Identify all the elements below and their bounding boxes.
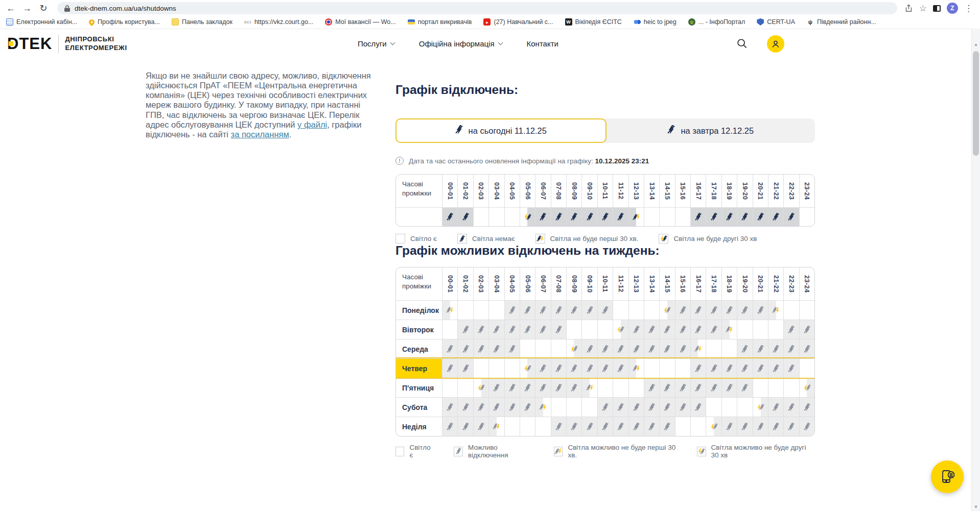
legend-label: Можливо відключення xyxy=(468,444,533,459)
bookmark-item[interactable]: ... - ІнфоПортал xyxy=(688,18,745,26)
schedule-cell xyxy=(597,378,613,397)
schedule-cell xyxy=(783,378,799,397)
schedule-cell xyxy=(799,378,814,397)
power-on-bolt-icon xyxy=(775,307,780,313)
power-off-bolt-icon xyxy=(711,384,717,392)
schedule-cell xyxy=(488,339,504,358)
time-slot-header: 08-09 xyxy=(571,182,578,200)
scroll-down-icon[interactable]: ▼ xyxy=(972,504,980,509)
user-profile-button[interactable] xyxy=(767,35,784,53)
main-nav: ПослугиОфіційна інформаціяКонтакти xyxy=(358,39,558,48)
file-link[interactable]: у файлі xyxy=(297,120,327,129)
address-bar[interactable]: dtek-dnem.com.ua/ua/shutdowns xyxy=(57,2,897,14)
schedule-cell xyxy=(737,358,752,378)
chat-widget-button[interactable] xyxy=(931,460,964,493)
power-off-bolt-icon xyxy=(773,364,779,373)
bookmark-item[interactable]: Електронний кабін... xyxy=(6,18,77,26)
schedule-cell xyxy=(520,358,535,378)
schedule-cell xyxy=(768,378,783,397)
schedule-cell xyxy=(628,397,644,417)
schedule-cell xyxy=(628,417,644,436)
schedule-cell xyxy=(457,417,473,436)
time-slot-header: 01-02 xyxy=(462,275,469,293)
bookmark-item[interactable]: Вікіпедія ЄСІТС xyxy=(565,18,622,26)
power-off-bolt-icon xyxy=(619,326,624,333)
bookmark-item[interactable]: Мої вакансії — Wo... xyxy=(325,18,395,26)
schedule-cell xyxy=(504,397,520,417)
schedule-cell xyxy=(628,358,644,378)
schedule-row: Неділя xyxy=(396,417,814,436)
bookmark-item[interactable]: Профіль користува... xyxy=(89,18,160,26)
bookmark-item[interactable]: (27) Навчальний с... xyxy=(483,18,553,26)
day-label: Неділя xyxy=(396,417,442,436)
bookmark-item[interactable]: портал викривачів xyxy=(408,18,472,26)
reload-icon[interactable]: ↻ xyxy=(37,2,50,14)
update-note: Дата та час останнього оновлення інформа… xyxy=(395,157,815,165)
nav-item-2[interactable]: Контакти xyxy=(527,39,558,48)
bookmark-item[interactable]: Панель закладок xyxy=(172,18,232,26)
scroll-up-icon[interactable]: ▲ xyxy=(972,42,980,47)
share-icon[interactable] xyxy=(904,4,913,13)
dtek-logo[interactable]: DTEK ДНІПРОВСЬКІ ЕЛЕКТРОМЕРЕЖІ xyxy=(7,35,127,53)
bookmark-item[interactable]: https://vkz.court.go... xyxy=(244,18,313,26)
power-off-bolt-icon xyxy=(571,423,577,431)
bookmark-item[interactable]: CERT-UA xyxy=(757,18,795,26)
tab-today[interactable]: на сьогодні 11.12.25 xyxy=(395,118,606,143)
schedule-cell xyxy=(753,207,768,226)
power-off-bolt-icon xyxy=(455,125,463,136)
shield-icon xyxy=(757,18,764,26)
power-off-bolt-icon xyxy=(757,364,764,373)
back-icon[interactable]: ← xyxy=(4,2,17,14)
legend-swatch-on xyxy=(395,234,405,244)
schedule-cell xyxy=(737,339,752,358)
update-timestamp: 10.12.2025 23:21 xyxy=(595,157,649,165)
schedule-cell xyxy=(457,320,473,339)
power-off-bolt-icon xyxy=(664,384,670,392)
forward-icon[interactable]: → xyxy=(20,2,34,14)
bookmark-item[interactable]: heic to jpeg xyxy=(634,18,676,26)
legend-swatch-first30 xyxy=(535,234,545,244)
power-off-bolt-icon xyxy=(587,345,593,353)
nav-item-1[interactable]: Офіційна інформація xyxy=(419,39,502,48)
power-off-bolt-icon xyxy=(555,213,562,221)
power-on-bolt-icon xyxy=(542,404,547,410)
schedule-cell xyxy=(690,378,706,397)
tab-tomorrow[interactable]: на завтра 12.12.25 xyxy=(606,118,815,143)
power-off-bolt-icon xyxy=(667,125,675,134)
schedule-cell xyxy=(753,339,768,358)
day-label xyxy=(396,207,442,226)
schedule-cell xyxy=(442,207,457,226)
schedule-cell xyxy=(504,417,520,436)
schedule-cell xyxy=(690,339,706,358)
side-panel-icon[interactable] xyxy=(933,5,941,12)
time-slot-header: 22-23 xyxy=(788,275,795,293)
power-off-bolt-icon xyxy=(788,423,795,431)
schedule-cell xyxy=(737,397,752,417)
nav-item-0[interactable]: Послуги xyxy=(358,39,394,48)
time-slot-header: 18-19 xyxy=(726,275,733,293)
power-off-bolt-icon xyxy=(571,364,577,373)
scrollbar[interactable]: ▲ ▼ xyxy=(971,29,980,511)
legend-label: Світла немає xyxy=(472,235,515,242)
schedule-cell xyxy=(442,320,457,339)
bookmark-item[interactable]: Південний районн... xyxy=(807,18,876,26)
search-icon[interactable] xyxy=(736,38,748,51)
power-off-bolt-icon xyxy=(804,403,810,411)
schedule-cell xyxy=(520,207,535,226)
browser-menu-icon[interactable]: ⋮ xyxy=(964,4,973,13)
schedule-cell xyxy=(504,358,520,378)
browser-profile-avatar[interactable]: Z xyxy=(947,3,958,14)
time-slot-header: 02-03 xyxy=(477,182,484,200)
time-slot-header: 09-10 xyxy=(586,275,593,293)
power-off-bolt-icon xyxy=(633,423,640,431)
schedule-cell xyxy=(768,339,783,358)
schedule-cell xyxy=(706,300,721,320)
external-site-link[interactable]: за посиланням xyxy=(231,130,289,139)
scrollbar-thumb[interactable] xyxy=(973,51,979,156)
legend-item: Світло є xyxy=(395,234,437,244)
schedule-cell xyxy=(644,397,659,417)
power-off-bolt-icon xyxy=(555,384,562,392)
schedule-cell xyxy=(473,300,488,320)
bookmark-star-icon[interactable]: ☆ xyxy=(919,4,927,13)
time-slot-header: 19-20 xyxy=(741,275,749,293)
